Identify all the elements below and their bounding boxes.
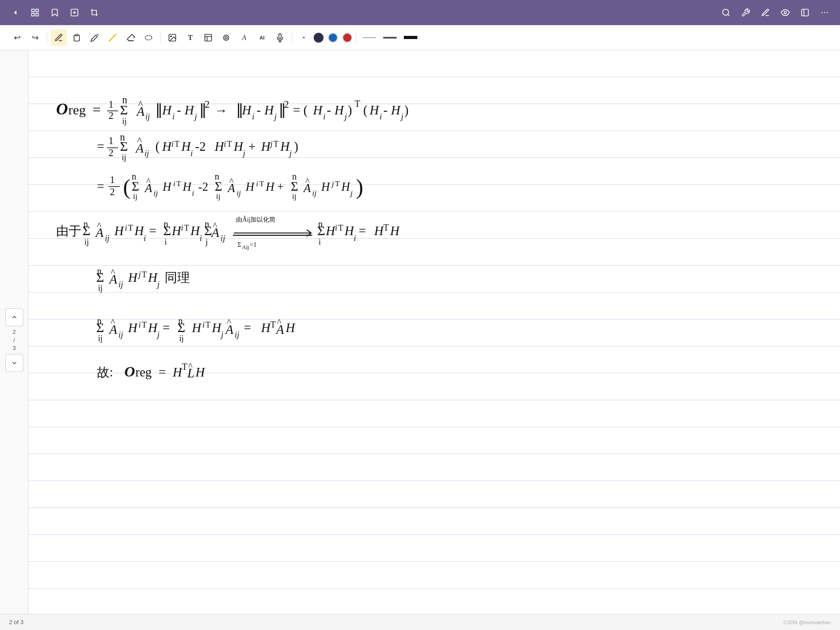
svg-point-14: [827, 12, 828, 13]
svg-text:j: j: [242, 149, 245, 158]
svg-text:= (: = (: [293, 103, 308, 118]
svg-text:ij: ij: [84, 237, 89, 246]
svg-text:j: j: [156, 280, 159, 289]
lasso-tool-button[interactable]: [140, 30, 157, 46]
svg-text:T: T: [128, 223, 133, 232]
svg-text:H: H: [369, 103, 380, 117]
svg-text:故:: 故:: [97, 365, 113, 379]
svg-text:H: H: [181, 140, 191, 153]
svg-text:-: -: [327, 103, 331, 117]
shape-tool-button[interactable]: [200, 30, 216, 46]
svg-text:Σ: Σ: [291, 179, 298, 193]
line-mid-button[interactable]: [381, 35, 399, 40]
svg-text:j: j: [331, 179, 334, 188]
color-blue-dot[interactable]: [328, 33, 338, 43]
pencil-tool-button[interactable]: [87, 30, 103, 46]
pen-tool-button[interactable]: [51, 30, 67, 46]
svg-text:T: T: [142, 270, 147, 279]
toolbar-separator-2: [160, 31, 161, 44]
svg-text:=: =: [97, 140, 104, 153]
svg-text:H: H: [261, 140, 271, 153]
more-button[interactable]: [817, 4, 833, 21]
svg-text:i: i: [144, 234, 146, 243]
svg-text:Σ: Σ: [132, 179, 140, 193]
undo-button[interactable]: ↩: [9, 30, 25, 46]
topbar: [0, 0, 840, 25]
marker-tool-button[interactable]: [105, 30, 121, 46]
svg-text:ij: ij: [118, 330, 123, 339]
svg-text:H: H: [114, 224, 124, 238]
highlighter-tool-button[interactable]: [69, 30, 85, 46]
svg-text:O: O: [56, 100, 68, 118]
color-dark-dot[interactable]: [314, 33, 324, 43]
svg-text:=: =: [149, 224, 156, 238]
svg-text:-: -: [177, 103, 181, 117]
svg-text:j: j: [344, 112, 347, 121]
handwrite-recognize-button[interactable]: A: [236, 30, 252, 46]
svg-text:H: H: [148, 271, 158, 284]
svg-text:H: H: [172, 365, 183, 379]
ai-button[interactable]: AI: [254, 30, 270, 46]
svg-text:H: H: [195, 365, 206, 379]
svg-text:T: T: [383, 223, 389, 232]
svg-text:T: T: [184, 223, 189, 232]
svg-text:O: O: [124, 363, 135, 380]
ocr-tool-button[interactable]: [218, 30, 234, 46]
pen-settings-button[interactable]: [757, 4, 774, 21]
svg-text:ij: ij: [153, 189, 158, 197]
svg-text:L: L: [187, 366, 194, 380]
page-navigation: 2 / 3: [0, 50, 29, 630]
bookmark-button[interactable]: [47, 4, 63, 21]
crop-button[interactable]: [86, 4, 102, 21]
svg-text:T: T: [175, 140, 179, 149]
svg-text:H: H: [134, 224, 144, 238]
image-tool-button[interactable]: [164, 30, 180, 46]
line-thick-button[interactable]: [401, 34, 420, 41]
svg-text:ij: ij: [98, 334, 102, 343]
panel-button[interactable]: [797, 4, 813, 21]
svg-text:Aij: Aij: [242, 244, 249, 250]
svg-text:ij: ij: [105, 234, 109, 243]
color-menu-button[interactable]: [296, 30, 312, 46]
page-down-button[interactable]: [5, 354, 23, 372]
record-button[interactable]: [272, 30, 288, 46]
add-page-button[interactable]: [66, 4, 83, 21]
svg-text:=: =: [92, 101, 101, 118]
svg-text:H: H: [192, 321, 202, 335]
back-button[interactable]: [7, 4, 23, 21]
svg-text:2: 2: [110, 186, 115, 197]
line-thin-indicator: [363, 37, 376, 38]
eraser-tool-button[interactable]: [122, 30, 139, 46]
search-button[interactable]: [718, 4, 734, 21]
note-canvas[interactable]: O reg = 1 2 n Σ ij ^ A ij ‖ H i - H j ‖ …: [29, 50, 840, 630]
color-red-dot[interactable]: [342, 33, 352, 43]
page-up-button[interactable]: [5, 308, 23, 326]
eye-button[interactable]: [777, 4, 793, 21]
tools-button[interactable]: [738, 4, 754, 21]
grid-button[interactable]: [27, 4, 43, 21]
svg-text:1: 1: [109, 99, 114, 110]
line-thin-button[interactable]: [360, 35, 379, 40]
svg-text:Σ: Σ: [83, 223, 91, 238]
svg-text:i: i: [165, 237, 167, 246]
svg-text:=: =: [359, 224, 366, 238]
svg-text:Σ: Σ: [120, 102, 128, 118]
svg-text:i: i: [125, 223, 127, 232]
page-current: 2: [13, 328, 16, 335]
line-mid-indicator: [383, 37, 397, 39]
svg-text:T: T: [338, 223, 343, 232]
svg-text:-: -: [383, 103, 387, 117]
svg-text:A: A: [144, 181, 153, 195]
text-tool-button[interactable]: T: [182, 30, 198, 46]
svg-text:H: H: [148, 321, 158, 335]
svg-text:A: A: [227, 181, 236, 195]
svg-text:A: A: [302, 181, 311, 195]
redo-button[interactable]: ↪: [27, 30, 43, 46]
svg-line-16: [97, 34, 98, 35]
svg-text:H: H: [374, 224, 384, 238]
svg-text:ij: ij: [122, 117, 127, 126]
svg-point-23: [223, 35, 229, 40]
svg-text:H: H: [261, 321, 271, 335]
svg-text:i: i: [354, 234, 356, 243]
svg-rect-1: [36, 9, 39, 12]
